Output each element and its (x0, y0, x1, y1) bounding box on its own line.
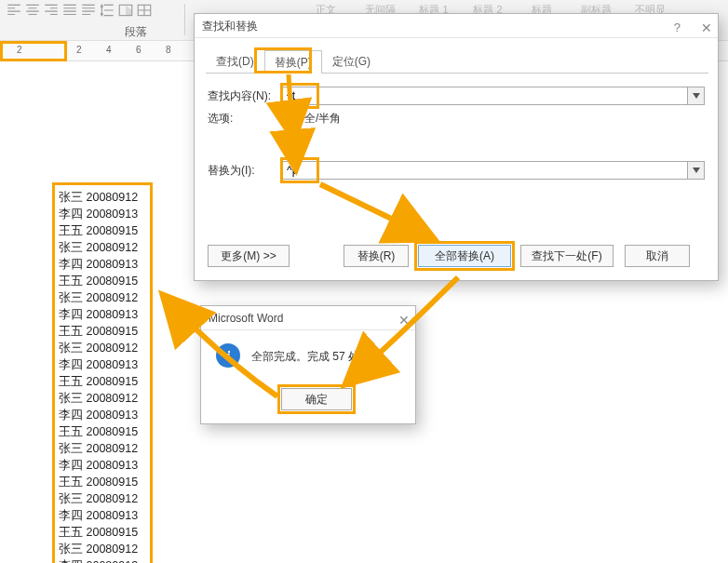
tab-replace[interactable]: 替换(P) (264, 50, 322, 74)
message-dialog: Microsoft Word ✕ i 全部完成。完成 57 处替换。 确定 (200, 305, 416, 424)
cancel-button[interactable]: 取消 (625, 245, 690, 267)
list-item: 李四 20080913 (59, 507, 146, 524)
ok-button[interactable]: 确定 (281, 388, 352, 410)
list-item: 王五 20080915 (59, 222, 146, 239)
replace-button[interactable]: 替换(R) (344, 245, 409, 267)
replace-dropdown-arrow[interactable] (688, 161, 705, 180)
msg-close-icon[interactable]: ✕ (398, 308, 410, 332)
help-icon[interactable]: ? (674, 16, 681, 40)
find-dropdown-arrow[interactable] (688, 87, 705, 105)
document-result-column: 张三 20080912李四 20080913王五 20080915张三 2008… (52, 182, 153, 563)
list-item: 张三 20080912 (59, 340, 146, 356)
find-label: 查找内容(N): (208, 88, 271, 104)
tab-find[interactable]: 查找(D) (206, 49, 264, 73)
msg-text: 全部完成。完成 57 处替换。 (251, 349, 393, 365)
align-left-icon[interactable] (6, 2, 22, 19)
line-spacing-icon[interactable] (99, 2, 115, 19)
ruler-mark: 2 (76, 45, 82, 55)
list-item: 王五 20080915 (59, 273, 146, 289)
tab-goto[interactable]: 定位(G) (322, 49, 381, 73)
shading-icon[interactable] (117, 2, 134, 19)
dialog-tabs: 查找(D) 替换(P) 定位(G) (206, 49, 708, 74)
borders-icon[interactable] (136, 2, 153, 19)
list-item: 张三 20080912 (59, 189, 146, 206)
align-justify-icon[interactable] (61, 2, 78, 19)
list-item: 李四 20080913 (59, 457, 146, 474)
replace-label: 替换为(I): (208, 163, 255, 179)
list-item: 李四 20080913 (59, 256, 146, 273)
list-item: 王五 20080915 (59, 323, 146, 340)
more-button[interactable]: 更多(M) >> (208, 245, 290, 267)
msg-title-bar[interactable]: Microsoft Word ✕ (201, 306, 415, 330)
options-label: 选项: (208, 111, 233, 127)
list-item: 王五 20080915 (59, 423, 146, 440)
list-item: 王五 20080915 (59, 524, 146, 541)
dialog-title: 查找和替换 (202, 20, 258, 33)
list-item: 王五 20080915 (59, 373, 146, 390)
replace-input[interactable] (282, 161, 688, 180)
paragraph-group-label: 段落 (125, 24, 147, 40)
ruler-mark: 2 (17, 45, 22, 55)
replace-all-button[interactable]: 全部替换(A) (418, 245, 511, 267)
close-icon[interactable]: ✕ (701, 16, 712, 40)
list-item: 张三 20080912 (59, 541, 146, 557)
dialog-title-bar[interactable]: 查找和替换 ? ✕ (195, 14, 718, 38)
list-item: 张三 20080912 (59, 490, 146, 507)
list-item: 李四 20080913 (59, 356, 146, 373)
align-center-icon[interactable] (24, 2, 41, 19)
find-input[interactable] (282, 87, 688, 105)
ruler-mark: 8 (166, 45, 171, 55)
list-item: 张三 20080912 (59, 390, 146, 407)
list-item: 张三 20080912 (59, 289, 146, 306)
ruler-mark: 6 (136, 45, 142, 55)
list-item: 李四 20080913 (59, 557, 146, 563)
paragraph-align-group (6, 2, 153, 19)
options-value: 区分全/半角 (282, 111, 341, 127)
find-next-button[interactable]: 查找下一处(F) (520, 245, 613, 267)
list-item: 李四 20080913 (59, 407, 146, 423)
align-right-icon[interactable] (43, 2, 60, 19)
find-replace-dialog: 查找和替换 ? ✕ 查找(D) 替换(P) 定位(G) 查找内容(N): 选项:… (194, 13, 719, 281)
info-icon: i (216, 343, 240, 368)
list-item: 李四 20080913 (59, 206, 146, 222)
list-item: 李四 20080913 (59, 306, 146, 323)
list-item: 王五 20080915 (59, 474, 146, 490)
distribute-icon[interactable] (80, 2, 97, 19)
list-item: 张三 20080912 (59, 239, 146, 256)
ruler-mark: 4 (106, 45, 112, 55)
msg-title: Microsoft Word (209, 312, 283, 325)
list-item: 张三 20080912 (59, 440, 146, 457)
